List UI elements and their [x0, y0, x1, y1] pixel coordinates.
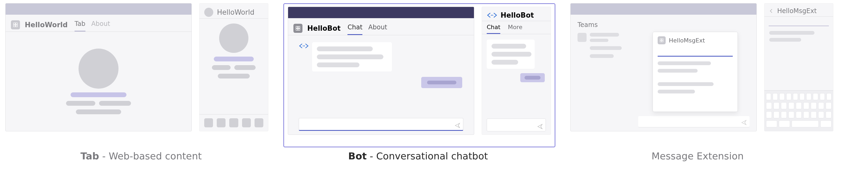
group-bot: HelloBot Chat About	[283, 3, 555, 147]
message-input[interactable]	[638, 116, 749, 127]
bot-chat-area	[288, 35, 474, 134]
title-bar	[570, 3, 756, 15]
skeleton-line	[317, 63, 360, 67]
title-bar	[288, 7, 474, 18]
skeleton-line	[590, 39, 609, 42]
tab-desktop-body	[6, 32, 191, 131]
message-input[interactable]	[299, 118, 463, 131]
nav-item[interactable]	[229, 118, 238, 127]
send-icon[interactable]	[455, 123, 460, 128]
avatar-placeholder	[79, 49, 119, 89]
avatar-placeholder	[219, 24, 248, 53]
outgoing-message	[421, 77, 462, 88]
skeleton-line	[427, 81, 456, 84]
skeleton-line	[658, 69, 698, 73]
caption-tab: Tab - Web-based content	[5, 151, 277, 162]
app-name: HelloWorld	[25, 21, 68, 29]
bot-mobile-chat	[482, 34, 551, 134]
app-name: HelloMsgExt	[777, 7, 816, 15]
msgext-desktop-window: Teams	[570, 3, 757, 131]
bot-mobile-tabs: Chat More	[482, 21, 551, 34]
msgext-mobile-header: HelloMsgExt	[765, 3, 833, 17]
msgext-mobile-search-row	[765, 17, 833, 27]
tab-mobile-header: HelloWorld	[199, 3, 268, 19]
svg-point-3	[492, 15, 493, 16]
caption-row: Tab - Web-based content Bot - Conversati…	[0, 149, 868, 163]
skeleton-line	[492, 60, 518, 65]
tab-about[interactable]: About	[368, 21, 387, 35]
send-icon[interactable]	[741, 120, 747, 125]
incoming-message	[299, 42, 463, 72]
tab-tab[interactable]: Tab	[74, 18, 86, 31]
bot-mobile-header: HelloBot	[482, 7, 551, 21]
skeleton-line	[590, 46, 622, 50]
group-msgext: Teams	[570, 3, 833, 147]
svg-point-2	[491, 15, 492, 16]
tab-more[interactable]: More	[508, 21, 522, 34]
msgext-mobile-window: HelloMsgExt	[764, 3, 833, 131]
title-bar	[6, 3, 191, 15]
team-icon	[578, 33, 587, 42]
tab-row: Tab About	[74, 18, 110, 31]
message-input[interactable]	[487, 119, 546, 131]
skeleton-line	[218, 74, 250, 78]
skeleton-line	[525, 76, 540, 79]
skeleton-line	[99, 101, 131, 106]
app-name: HelloBot	[307, 24, 341, 32]
sidebar-header: Teams	[578, 21, 633, 29]
skeleton-line	[317, 46, 373, 51]
skeleton-line	[70, 92, 126, 97]
nav-item[interactable]	[217, 118, 225, 127]
tab-chat[interactable]: Chat	[487, 21, 500, 34]
skeleton-line	[214, 57, 254, 61]
svg-point-1	[304, 45, 305, 46]
nav-item[interactable]	[204, 118, 213, 127]
app-name: HelloBot	[501, 11, 534, 19]
caption-msgext: Message Extension	[559, 151, 836, 162]
tab-about[interactable]: About	[91, 18, 110, 31]
search-input[interactable]	[769, 19, 829, 26]
skeleton-line	[492, 52, 531, 57]
teams-sidebar: Teams	[578, 20, 633, 127]
popover-header: HelloMsgExt	[658, 36, 733, 44]
chevron-left-icon[interactable]	[769, 8, 774, 14]
bot-desktop-header: HelloBot Chat About	[288, 18, 474, 35]
skeleton-line	[590, 33, 619, 36]
app-name: HelloWorld	[217, 8, 254, 16]
keyboard[interactable]	[765, 90, 833, 131]
skeleton-line	[658, 61, 711, 65]
nav-item[interactable]	[242, 118, 251, 127]
team-item[interactable]	[578, 33, 633, 42]
skeleton-line	[658, 90, 695, 94]
popover-title: HelloMsgExt	[669, 37, 705, 44]
skeleton-line	[492, 44, 526, 49]
skeleton-line	[234, 65, 256, 70]
outgoing-message	[520, 73, 545, 82]
group-tab: HelloWorld Tab About	[5, 3, 269, 147]
bot-mobile-window: HelloBot Chat More	[482, 7, 551, 135]
bot-icon	[299, 42, 309, 50]
skeleton-line	[769, 31, 814, 35]
bottom-nav	[199, 114, 268, 131]
bot-icon	[487, 11, 497, 19]
skeleton-line	[76, 109, 121, 114]
incoming-message	[487, 40, 535, 69]
tab-mobile-body	[199, 19, 268, 114]
caption-bot: Bot - Conversational chatbot	[277, 151, 559, 162]
tab-desktop-window: HelloWorld Tab About	[5, 3, 192, 131]
skeleton-line	[658, 82, 714, 86]
skeleton-line	[212, 65, 230, 70]
msgext-popover: HelloMsgExt	[653, 32, 738, 112]
tab-desktop-header: HelloWorld Tab About	[6, 15, 191, 32]
diagram-row: HelloWorld Tab About	[0, 0, 868, 149]
popover-search[interactable]	[658, 48, 733, 57]
send-icon[interactable]	[537, 124, 543, 129]
nav-item[interactable]	[254, 118, 263, 127]
skeleton-line	[66, 101, 95, 106]
avatar-icon	[204, 8, 213, 17]
skeleton-line	[769, 38, 801, 42]
skeleton-line	[317, 54, 383, 59]
tab-chat[interactable]: Chat	[347, 21, 362, 35]
app-icon	[293, 24, 303, 33]
tab-mobile-window: HelloWorld	[199, 3, 269, 131]
